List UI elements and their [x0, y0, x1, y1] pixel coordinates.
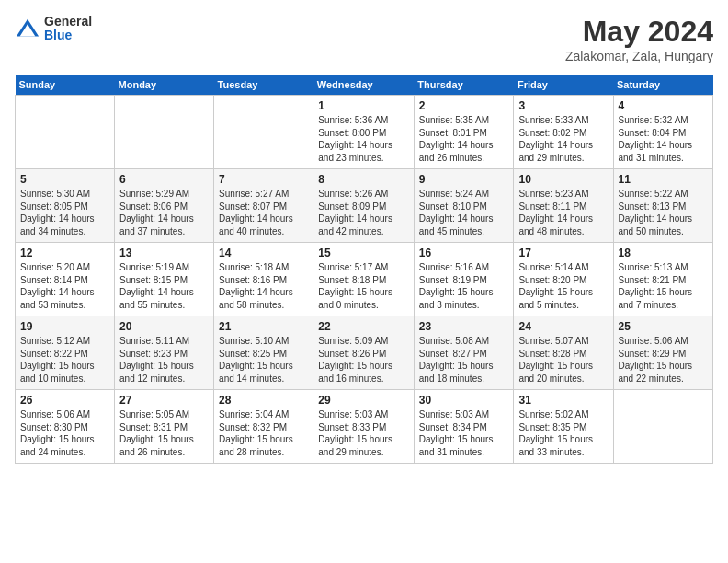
day-info: Sunrise: 5:02 AM Sunset: 8:35 PM Dayligh… [518, 408, 608, 458]
day-number: 9 [419, 173, 509, 186]
calendar-cell: 29Sunrise: 5:03 AM Sunset: 8:33 PM Dayli… [313, 390, 415, 464]
weekday-header: Tuesday [214, 75, 313, 96]
day-info: Sunrise: 5:26 AM Sunset: 8:09 PM Dayligh… [318, 188, 409, 237]
calendar-cell: 12Sunrise: 5:20 AM Sunset: 8:14 PM Dayli… [16, 243, 115, 316]
day-number: 16 [419, 247, 509, 259]
day-number: 6 [119, 173, 209, 186]
day-number: 17 [518, 247, 608, 259]
calendar-cell: 19Sunrise: 5:12 AM Sunset: 8:22 PM Dayli… [16, 316, 115, 390]
calendar-cell: 11Sunrise: 5:22 AM Sunset: 8:13 PM Dayli… [613, 169, 713, 243]
weekday-header-row: SundayMondayTuesdayWednesdayThursdayFrid… [16, 75, 713, 96]
day-info: Sunrise: 5:07 AM Sunset: 8:28 PM Dayligh… [518, 335, 608, 385]
weekday-header: Monday [115, 75, 214, 96]
calendar-cell: 22Sunrise: 5:09 AM Sunset: 8:26 PM Dayli… [313, 316, 415, 390]
calendar-week-row: 5Sunrise: 5:30 AM Sunset: 8:05 PM Daylig… [16, 169, 713, 243]
day-number: 31 [518, 394, 608, 407]
calendar-week-row: 1Sunrise: 5:36 AM Sunset: 8:00 PM Daylig… [16, 96, 713, 169]
day-info: Sunrise: 5:19 AM Sunset: 8:15 PM Dayligh… [119, 261, 209, 311]
calendar-cell [613, 390, 713, 464]
calendar-cell: 21Sunrise: 5:10 AM Sunset: 8:25 PM Dayli… [214, 316, 313, 390]
calendar-cell: 15Sunrise: 5:17 AM Sunset: 8:18 PM Dayli… [313, 243, 415, 316]
day-info: Sunrise: 5:06 AM Sunset: 8:30 PM Dayligh… [20, 408, 109, 458]
day-number: 13 [119, 247, 209, 259]
weekday-header: Friday [514, 75, 613, 96]
day-info: Sunrise: 5:18 AM Sunset: 8:16 PM Dayligh… [219, 261, 308, 311]
month-title: May 2024 [565, 15, 713, 49]
calendar-cell: 1Sunrise: 5:36 AM Sunset: 8:00 PM Daylig… [313, 96, 415, 169]
day-number: 26 [20, 394, 109, 407]
day-number: 1 [318, 99, 409, 112]
day-number: 23 [419, 320, 509, 333]
calendar-cell: 8Sunrise: 5:26 AM Sunset: 8:09 PM Daylig… [313, 169, 415, 243]
day-info: Sunrise: 5:16 AM Sunset: 8:19 PM Dayligh… [419, 261, 509, 311]
day-info: Sunrise: 5:11 AM Sunset: 8:23 PM Dayligh… [119, 335, 209, 385]
day-info: Sunrise: 5:22 AM Sunset: 8:13 PM Dayligh… [619, 188, 709, 237]
calendar-cell: 23Sunrise: 5:08 AM Sunset: 8:27 PM Dayli… [414, 316, 514, 390]
calendar-cell: 14Sunrise: 5:18 AM Sunset: 8:16 PM Dayli… [214, 243, 313, 316]
day-number: 20 [119, 320, 209, 333]
weekday-header: Sunday [16, 75, 115, 96]
weekday-header: Wednesday [313, 75, 415, 96]
calendar-cell: 9Sunrise: 5:24 AM Sunset: 8:10 PM Daylig… [414, 169, 514, 243]
day-info: Sunrise: 5:08 AM Sunset: 8:27 PM Dayligh… [419, 335, 509, 385]
day-info: Sunrise: 5:24 AM Sunset: 8:10 PM Dayligh… [419, 188, 509, 237]
day-number: 29 [318, 394, 409, 407]
calendar-cell [16, 96, 115, 169]
day-info: Sunrise: 5:04 AM Sunset: 8:32 PM Dayligh… [219, 408, 308, 458]
calendar-cell: 28Sunrise: 5:04 AM Sunset: 8:32 PM Dayli… [214, 390, 313, 464]
weekday-header: Saturday [613, 75, 713, 96]
day-info: Sunrise: 5:17 AM Sunset: 8:18 PM Dayligh… [318, 261, 409, 311]
calendar-week-row: 12Sunrise: 5:20 AM Sunset: 8:14 PM Dayli… [16, 243, 713, 316]
day-info: Sunrise: 5:03 AM Sunset: 8:34 PM Dayligh… [419, 408, 509, 458]
logo: General Blue [15, 15, 92, 43]
day-number: 27 [119, 394, 209, 407]
day-info: Sunrise: 5:33 AM Sunset: 8:02 PM Dayligh… [518, 114, 608, 164]
logo-icon [15, 16, 40, 41]
day-number: 3 [518, 99, 608, 112]
title-area: May 2024 Zalakomar, Zala, Hungary [565, 15, 713, 63]
day-number: 11 [619, 173, 709, 186]
day-number: 2 [419, 99, 509, 112]
day-number: 12 [20, 247, 109, 259]
calendar-cell: 3Sunrise: 5:33 AM Sunset: 8:02 PM Daylig… [514, 96, 613, 169]
day-info: Sunrise: 5:29 AM Sunset: 8:06 PM Dayligh… [119, 188, 209, 237]
calendar-cell: 18Sunrise: 5:13 AM Sunset: 8:21 PM Dayli… [613, 243, 713, 316]
calendar-cell [214, 96, 313, 169]
calendar-cell: 31Sunrise: 5:02 AM Sunset: 8:35 PM Dayli… [514, 390, 613, 464]
day-info: Sunrise: 5:05 AM Sunset: 8:31 PM Dayligh… [119, 408, 209, 458]
calendar-cell: 16Sunrise: 5:16 AM Sunset: 8:19 PM Dayli… [414, 243, 514, 316]
calendar-cell: 17Sunrise: 5:14 AM Sunset: 8:20 PM Dayli… [514, 243, 613, 316]
logo-text: General Blue [44, 15, 92, 43]
day-info: Sunrise: 5:23 AM Sunset: 8:11 PM Dayligh… [518, 188, 608, 237]
calendar-cell: 7Sunrise: 5:27 AM Sunset: 8:07 PM Daylig… [214, 169, 313, 243]
day-info: Sunrise: 5:12 AM Sunset: 8:22 PM Dayligh… [20, 335, 109, 385]
day-info: Sunrise: 5:09 AM Sunset: 8:26 PM Dayligh… [318, 335, 409, 385]
day-info: Sunrise: 5:03 AM Sunset: 8:33 PM Dayligh… [318, 408, 409, 458]
calendar-cell: 4Sunrise: 5:32 AM Sunset: 8:04 PM Daylig… [613, 96, 713, 169]
calendar-cell: 27Sunrise: 5:05 AM Sunset: 8:31 PM Dayli… [115, 390, 214, 464]
logo-general-text: General [44, 15, 92, 29]
page-header: General Blue May 2024 Zalakomar, Zala, H… [15, 15, 713, 63]
calendar-cell: 5Sunrise: 5:30 AM Sunset: 8:05 PM Daylig… [16, 169, 115, 243]
weekday-header: Thursday [414, 75, 514, 96]
day-info: Sunrise: 5:13 AM Sunset: 8:21 PM Dayligh… [619, 261, 709, 311]
calendar-cell [115, 96, 214, 169]
day-info: Sunrise: 5:32 AM Sunset: 8:04 PM Dayligh… [619, 114, 709, 164]
day-info: Sunrise: 5:35 AM Sunset: 8:01 PM Dayligh… [419, 114, 509, 164]
calendar-cell: 2Sunrise: 5:35 AM Sunset: 8:01 PM Daylig… [414, 96, 514, 169]
day-info: Sunrise: 5:36 AM Sunset: 8:00 PM Dayligh… [318, 114, 409, 164]
calendar-cell: 24Sunrise: 5:07 AM Sunset: 8:28 PM Dayli… [514, 316, 613, 390]
day-info: Sunrise: 5:27 AM Sunset: 8:07 PM Dayligh… [219, 188, 308, 237]
day-number: 15 [318, 247, 409, 259]
location: Zalakomar, Zala, Hungary [565, 49, 713, 63]
day-number: 5 [20, 173, 109, 186]
calendar-cell: 6Sunrise: 5:29 AM Sunset: 8:06 PM Daylig… [115, 169, 214, 243]
calendar-table: SundayMondayTuesdayWednesdayThursdayFrid… [15, 75, 713, 464]
calendar-cell: 30Sunrise: 5:03 AM Sunset: 8:34 PM Dayli… [414, 390, 514, 464]
day-number: 7 [219, 173, 308, 186]
calendar-cell: 25Sunrise: 5:06 AM Sunset: 8:29 PM Dayli… [613, 316, 713, 390]
day-number: 25 [619, 320, 709, 333]
day-info: Sunrise: 5:14 AM Sunset: 8:20 PM Dayligh… [518, 261, 608, 311]
day-number: 8 [318, 173, 409, 186]
day-info: Sunrise: 5:06 AM Sunset: 8:29 PM Dayligh… [619, 335, 709, 385]
